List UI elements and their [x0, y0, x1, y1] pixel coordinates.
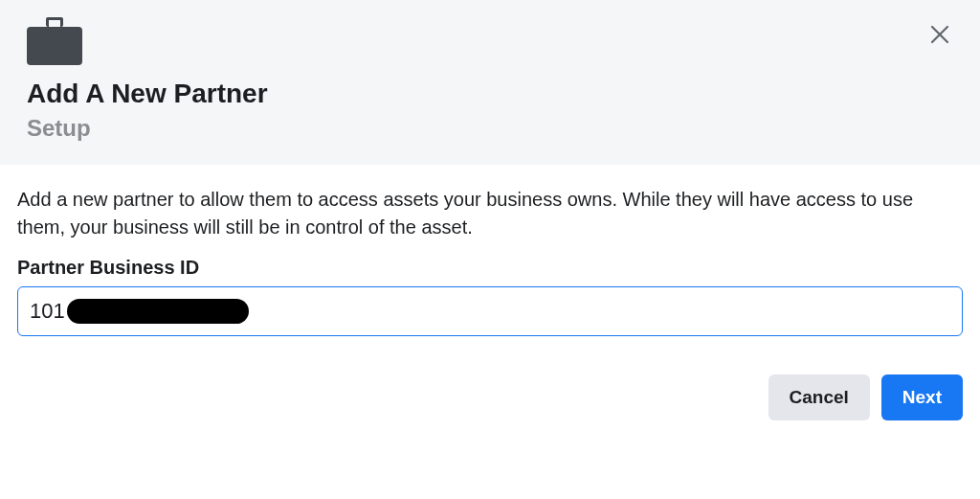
svg-rect-2 — [27, 27, 82, 65]
partner-id-label: Partner Business ID — [17, 257, 963, 279]
partner-id-value: 101 — [30, 299, 249, 324]
dialog-body: Add a new partner to allow them to acces… — [0, 165, 980, 355]
next-button[interactable]: Next — [881, 374, 963, 420]
dialog-subtitle: Setup — [27, 115, 953, 142]
close-button[interactable] — [926, 21, 953, 48]
dialog-title: Add A New Partner — [27, 79, 953, 109]
redacted-portion — [67, 299, 249, 324]
partner-id-value-visible: 101 — [30, 299, 65, 324]
cancel-button[interactable]: Cancel — [768, 374, 870, 420]
dialog-header: Add A New Partner Setup — [0, 0, 980, 165]
partner-id-input[interactable]: 101 — [17, 286, 963, 336]
briefcase-icon — [27, 19, 82, 65]
close-icon — [929, 24, 950, 45]
dialog-footer: Cancel Next — [0, 355, 980, 440]
description-text: Add a new partner to allow them to acces… — [17, 186, 963, 241]
